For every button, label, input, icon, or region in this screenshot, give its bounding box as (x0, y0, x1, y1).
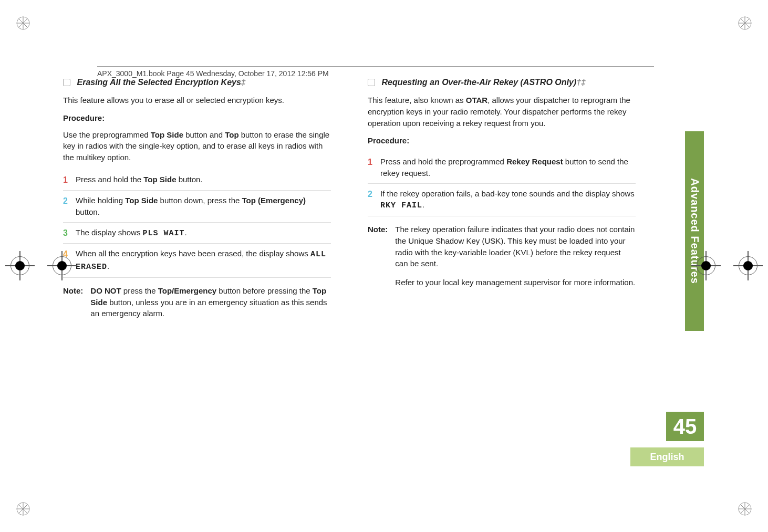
t: Top/Emergency (158, 286, 216, 295)
t: button. (76, 207, 100, 216)
t: button down, press the (158, 196, 242, 205)
registration-mark-icon (739, 256, 757, 275)
registration-mark-icon (738, 502, 752, 516)
t: button, unless you are in an emergency s… (90, 298, 327, 318)
left-intro: This feature allows you to erase all or … (63, 95, 331, 106)
step-number: 2 (63, 195, 76, 207)
left-column: Erasing All the Selected Encryption Keys… (63, 76, 331, 319)
right-note: Note: The rekey operation failure indica… (368, 224, 636, 288)
t: Rekey Request (506, 157, 563, 166)
step-number: 1 (63, 174, 76, 186)
note-text: The rekey operation failure indicates th… (395, 224, 636, 288)
t: button before pressing the (216, 286, 313, 295)
right-title-dagger: †‡ (576, 78, 586, 87)
right-column: Requesting an Over-the-Air Rekey (ASTRO … (368, 76, 636, 319)
t: press the (121, 286, 158, 295)
t: If the rekey operation fails, a bad-key … (380, 189, 635, 198)
right-title-text: Requesting an Over-the-Air Rekey (ASTRO … (381, 78, 576, 87)
t: The display shows (76, 228, 143, 237)
step-number: 3 (63, 227, 76, 239)
step-text: Press and hold the preprogrammed Rekey R… (380, 156, 636, 179)
step-text: Press and hold the Top Side button. (76, 174, 331, 185)
note-label: Note: (63, 285, 83, 319)
t: button and (183, 130, 225, 139)
note-paragraph: Refer to your local key management super… (395, 277, 636, 288)
registration-mark-icon (11, 256, 29, 275)
t: Top Side (143, 175, 176, 184)
t: This feature, also known as (368, 96, 466, 105)
registration-mark-icon (53, 256, 71, 275)
left-title-text: Erasing All the Selected Encryption Keys (77, 78, 241, 87)
content-columns: Erasing All the Selected Encryption Keys… (63, 53, 704, 319)
t: . (107, 262, 109, 270)
left-note: Note: DO NOT press the Top/Emergency but… (63, 285, 331, 319)
t: Press and hold the preprogrammed (380, 157, 506, 166)
header-rule (97, 66, 654, 67)
right-section-title: Requesting an Over-the-Air Rekey (ASTRO … (368, 76, 636, 88)
left-section-title: Erasing All the Selected Encryption Keys… (63, 76, 331, 88)
left-procedure-label: Procedure: (63, 112, 331, 124)
t: . (422, 200, 424, 209)
book-icon (63, 79, 70, 86)
registration-mark-icon (16, 502, 30, 516)
t: Top (225, 130, 238, 139)
note-paragraph: The rekey operation failure indicates th… (395, 224, 636, 269)
left-step: 1 Press and hold the Top Side button. (63, 170, 331, 190)
t: button. (177, 175, 203, 184)
t: DO NOT (90, 286, 121, 295)
right-step: 2 If the rekey operation fails, a bad-ke… (368, 183, 636, 217)
t: . (185, 228, 187, 237)
step-number: 2 (368, 188, 380, 200)
step-text: The display shows PLS WAIT. (76, 227, 331, 239)
right-step: 1 Press and hold the preprogrammed Rekey… (368, 152, 636, 183)
step-number: 1 (368, 156, 380, 168)
book-icon (368, 79, 375, 86)
t: Top Side (125, 196, 158, 205)
t: When all the encryption keys have been e… (76, 249, 310, 258)
t: OTAR (466, 96, 487, 105)
lcd-text: RKY FAIL (380, 201, 422, 210)
left-title-dagger: ‡ (241, 78, 246, 87)
left-step: 3 The display shows PLS WAIT. (63, 222, 331, 244)
registration-mark-icon (697, 256, 715, 275)
t: Press and hold the (76, 175, 143, 184)
registration-mark-icon (16, 16, 30, 30)
page-number: 45 (666, 412, 704, 441)
t: Use the preprogrammed (63, 130, 151, 139)
t: While holding (76, 196, 125, 205)
language-label: English (630, 447, 704, 466)
step-text: When all the encryption keys have been e… (76, 248, 331, 273)
t: Top (Emergency) (242, 196, 306, 205)
running-header: APX_3000_M1.book Page 45 Wednesday, Octo… (97, 69, 329, 78)
left-procedure-desc: Use the preprogrammed Top Side button an… (63, 129, 331, 163)
t: Top Side (151, 130, 183, 139)
document-page: APX_3000_M1.book Page 45 Wednesday, Octo… (63, 53, 704, 478)
registration-mark-icon (738, 16, 752, 30)
note-text: DO NOT press the Top/Emergency button be… (90, 285, 331, 319)
right-procedure-label: Procedure: (368, 135, 636, 147)
step-text: If the rekey operation fails, a bad-key … (380, 188, 636, 212)
step-text: While holding Top Side button down, pres… (76, 195, 331, 218)
left-step: 4 When all the encryption keys have been… (63, 243, 331, 278)
lcd-text: PLS WAIT (143, 229, 185, 238)
side-tab: Advanced Features (685, 131, 704, 331)
left-step: 2 While holding Top Side button down, pr… (63, 190, 331, 222)
right-intro: This feature, also known as OTAR, allows… (368, 95, 636, 129)
note-label: Note: (368, 224, 388, 288)
